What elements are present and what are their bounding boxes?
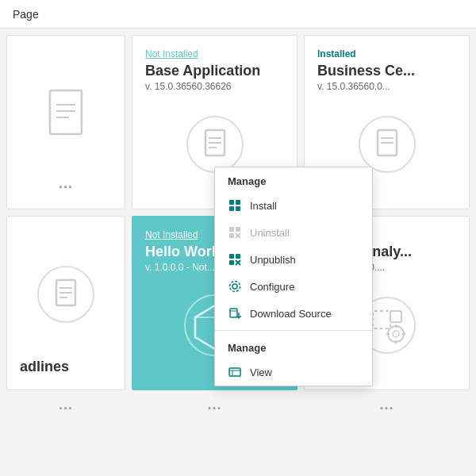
uninstall-label: Uninstall xyxy=(250,227,290,239)
svg-rect-50 xyxy=(229,368,240,376)
svg-rect-36 xyxy=(236,227,240,232)
menu-item-uninstall: Uninstall xyxy=(215,219,372,246)
page-title: Page xyxy=(13,8,39,21)
svg-point-4 xyxy=(187,117,243,172)
svg-rect-31 xyxy=(229,200,234,205)
install-label: Install xyxy=(250,200,277,212)
left-bottom-icon-area xyxy=(20,229,112,359)
unpublish-icon xyxy=(228,252,242,267)
svg-rect-23 xyxy=(373,311,390,328)
page-header: Page xyxy=(0,0,476,29)
svg-rect-32 xyxy=(236,200,240,205)
menu-section-1-label: Manage xyxy=(215,167,372,192)
svg-point-46 xyxy=(230,282,240,292)
svg-rect-24 xyxy=(390,311,401,322)
left-top-card: ··· xyxy=(6,35,125,209)
left-bottom-title: adlines xyxy=(20,359,112,375)
svg-rect-40 xyxy=(229,254,234,259)
menu-item-download-source[interactable]: Download Source xyxy=(215,300,372,327)
install-icon xyxy=(228,198,242,213)
document-icon xyxy=(34,83,98,146)
download-source-label: Download Source xyxy=(250,308,332,320)
dots-cell-2[interactable]: ··· xyxy=(132,397,298,420)
download-icon xyxy=(228,306,242,321)
document-icon-3 xyxy=(34,263,98,326)
unpublish-label: Unpublish xyxy=(250,254,296,266)
menu-item-unpublish[interactable]: Unpublish xyxy=(215,246,372,273)
svg-rect-41 xyxy=(236,254,240,259)
svg-point-26 xyxy=(393,331,399,337)
business-central-title: Business Ce... xyxy=(317,63,456,79)
dots-cell-1[interactable]: ··· xyxy=(6,397,125,420)
svg-rect-37 xyxy=(229,233,234,238)
svg-point-9 xyxy=(359,117,415,172)
svg-rect-35 xyxy=(229,227,234,232)
menu-divider xyxy=(215,330,372,331)
base-app-status[interactable]: Not Installed xyxy=(145,48,284,60)
dots-cell-3[interactable]: ··· xyxy=(304,397,470,420)
svg-rect-33 xyxy=(229,206,234,211)
menu-item-configure[interactable]: Configure xyxy=(215,273,372,300)
base-app-title: Base Application xyxy=(145,63,284,79)
svg-point-45 xyxy=(232,284,237,289)
menu-item-install[interactable]: Install xyxy=(215,192,372,219)
svg-rect-0 xyxy=(50,90,82,134)
left-bottom-card: adlines xyxy=(6,216,125,390)
svg-point-13 xyxy=(38,267,94,322)
business-central-version: v. 15.0.36560.0... xyxy=(317,81,456,92)
left-top-card-icon-area xyxy=(20,48,112,179)
view-icon xyxy=(228,365,242,379)
uninstall-icon xyxy=(228,225,242,240)
business-central-status: Installed xyxy=(317,48,456,60)
configure-icon xyxy=(228,279,242,294)
base-app-version: v. 15.0.36560.36626 xyxy=(145,81,284,92)
svg-rect-42 xyxy=(229,260,234,265)
menu-section-2-label: Manage xyxy=(215,334,372,359)
left-top-card-dots[interactable]: ··· xyxy=(20,179,112,196)
dots-row: ··· ··· ··· xyxy=(0,397,476,420)
view-label: View xyxy=(250,367,272,378)
svg-rect-34 xyxy=(236,206,240,211)
svg-point-25 xyxy=(388,326,404,342)
context-menu: Manage Install Uninstall xyxy=(214,167,373,386)
menu-item-view[interactable]: View xyxy=(215,359,372,386)
configure-label: Configure xyxy=(250,281,294,293)
